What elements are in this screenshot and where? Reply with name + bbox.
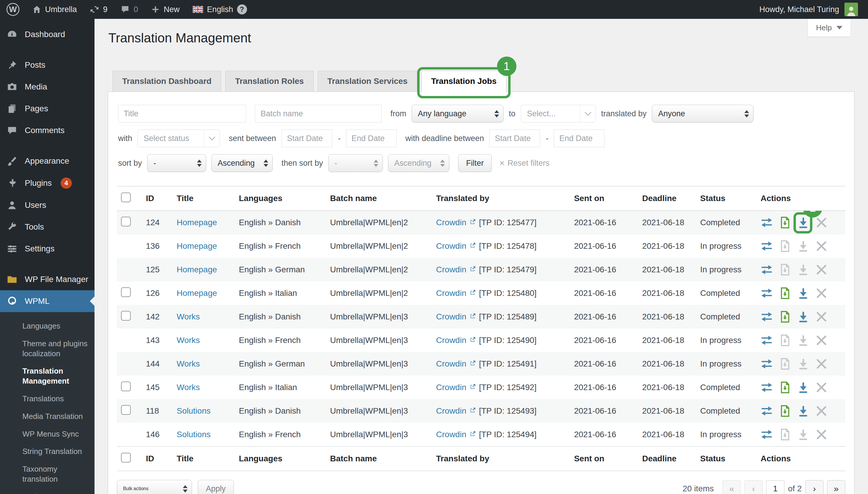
- submenu-item-translations[interactable]: Translations: [0, 390, 95, 408]
- sidebar-item-comments[interactable]: Comments: [0, 119, 95, 141]
- new-content-link[interactable]: New: [151, 5, 180, 14]
- sort-field-select[interactable]: -: [147, 154, 206, 172]
- sidebar-item-dashboard[interactable]: Dashboard: [0, 23, 95, 45]
- translated-by-select[interactable]: Anyone: [652, 105, 753, 122]
- exchange-icon[interactable]: [760, 310, 773, 323]
- sidebar-item-wp-file-manager[interactable]: WP File Manager: [0, 268, 95, 290]
- submenu-item-packages[interactable]: Packages: [0, 488, 95, 494]
- row-checkbox[interactable]: [121, 217, 131, 226]
- bulk-actions-select[interactable]: Bulk actions: [117, 480, 192, 494]
- job-title-link[interactable]: Works: [177, 312, 200, 321]
- exchange-icon[interactable]: [760, 264, 773, 276]
- xliff-download-icon[interactable]: [779, 240, 791, 252]
- xliff-download-icon[interactable]: [779, 264, 791, 276]
- account-menu[interactable]: Howdy, Michael Turing: [759, 3, 858, 16]
- submenu-item-taxonomy-translation[interactable]: Taxonomy translation: [0, 460, 95, 488]
- deadline-end-date-input[interactable]: [554, 130, 604, 147]
- exchange-icon[interactable]: [760, 429, 773, 441]
- to-language-multiselect[interactable]: Select...: [521, 105, 596, 122]
- cancel-icon[interactable]: [815, 310, 828, 323]
- submenu-item-string-translation[interactable]: String Translation: [0, 443, 95, 460]
- xliff-download-icon[interactable]: [779, 405, 791, 417]
- download-icon[interactable]: [797, 310, 809, 323]
- download-icon[interactable]: [797, 240, 809, 252]
- sidebar-item-plugins[interactable]: Plugins 4: [0, 172, 95, 194]
- filter-button[interactable]: Filter: [458, 154, 492, 172]
- translation-service-link[interactable]: Crowdin: [436, 430, 466, 439]
- download-icon[interactable]: [797, 381, 809, 394]
- cancel-icon[interactable]: [815, 334, 828, 346]
- wordpress-logo[interactable]: W: [6, 3, 19, 16]
- row-checkbox[interactable]: [121, 311, 131, 321]
- current-page-input[interactable]: [766, 480, 785, 494]
- submenu-item-theme-localization[interactable]: Theme and plugins localization: [0, 335, 95, 363]
- last-page-button[interactable]: »: [827, 480, 845, 494]
- job-title-link[interactable]: Works: [177, 336, 200, 345]
- cancel-icon[interactable]: [815, 216, 828, 229]
- next-page-button[interactable]: ›: [805, 480, 824, 494]
- cancel-icon[interactable]: [815, 429, 828, 441]
- download-icon[interactable]: [797, 287, 809, 299]
- cancel-icon[interactable]: [815, 264, 828, 276]
- translation-service-link[interactable]: Crowdin: [436, 288, 466, 298]
- cancel-icon[interactable]: [815, 381, 828, 394]
- sidebar-item-settings[interactable]: Settings: [0, 238, 95, 260]
- row-checkbox[interactable]: [121, 405, 131, 415]
- sidebar-item-wpml[interactable]: WPML: [0, 290, 95, 312]
- xliff-download-icon[interactable]: [779, 216, 791, 229]
- job-title-link[interactable]: Homepage: [177, 242, 217, 250]
- row-checkbox[interactable]: [121, 382, 131, 391]
- download-icon[interactable]: [797, 358, 809, 370]
- sidebar-item-pages[interactable]: Pages: [0, 98, 95, 119]
- submenu-item-translation-management[interactable]: Translation Management: [0, 362, 95, 390]
- title-filter-input[interactable]: [118, 105, 246, 122]
- job-title-link[interactable]: Works: [177, 383, 200, 392]
- first-page-button[interactable]: «: [722, 480, 741, 494]
- exchange-icon[interactable]: [760, 287, 773, 299]
- select-all-checkbox[interactable]: [121, 192, 131, 202]
- translation-service-link[interactable]: Crowdin: [436, 265, 466, 274]
- sidebar-item-appearance[interactable]: Appearance: [0, 150, 95, 172]
- sidebar-item-tools[interactable]: Tools: [0, 216, 95, 238]
- exchange-icon[interactable]: [760, 381, 773, 394]
- translation-service-link[interactable]: Crowdin: [436, 336, 466, 345]
- sent-start-date-input[interactable]: [282, 130, 332, 147]
- batch-name-filter-input[interactable]: [255, 105, 382, 122]
- sort2-field-select[interactable]: -: [328, 154, 383, 172]
- translation-service-link[interactable]: Crowdin: [436, 312, 466, 322]
- sort-order-select[interactable]: Ascending: [211, 154, 272, 172]
- exchange-icon[interactable]: [760, 334, 773, 346]
- sidebar-item-posts[interactable]: Posts: [0, 54, 95, 76]
- updates-link[interactable]: 9: [90, 5, 108, 14]
- translation-service-link[interactable]: Crowdin: [436, 383, 466, 392]
- prev-page-button[interactable]: ‹: [744, 480, 762, 494]
- job-title-link[interactable]: Solutions: [177, 430, 210, 439]
- apply-button[interactable]: Apply: [198, 480, 234, 494]
- job-title-link[interactable]: Homepage: [177, 218, 217, 227]
- cancel-icon[interactable]: [815, 405, 828, 417]
- sort2-order-select[interactable]: Ascending: [388, 154, 449, 172]
- select-all-checkbox[interactable]: [121, 453, 131, 462]
- help-tab[interactable]: Help: [808, 19, 851, 37]
- deadline-start-date-input[interactable]: [489, 130, 540, 147]
- sidebar-item-users[interactable]: Users: [0, 194, 95, 216]
- cancel-icon[interactable]: [815, 240, 828, 252]
- download-icon[interactable]: 2: [797, 216, 809, 229]
- job-title-link[interactable]: Homepage: [177, 265, 217, 274]
- submenu-item-languages[interactable]: Languages: [0, 317, 95, 335]
- exchange-icon[interactable]: [760, 405, 773, 417]
- xliff-download-icon[interactable]: [779, 310, 791, 323]
- exchange-icon[interactable]: [760, 216, 773, 229]
- comments-link[interactable]: 0: [120, 5, 138, 14]
- from-language-select[interactable]: Any language: [412, 105, 504, 122]
- help-question-icon[interactable]: ?: [237, 4, 247, 15]
- cancel-icon[interactable]: [815, 358, 828, 370]
- tab-translation-jobs[interactable]: Translation Jobs: [421, 71, 506, 92]
- translation-service-link[interactable]: Crowdin: [436, 242, 466, 251]
- xliff-download-icon[interactable]: [779, 429, 791, 441]
- job-title-link[interactable]: Solutions: [177, 406, 210, 415]
- row-checkbox[interactable]: [121, 287, 131, 297]
- download-icon[interactable]: [797, 429, 809, 441]
- status-multiselect[interactable]: Select status: [137, 130, 220, 147]
- sent-end-date-input[interactable]: [346, 130, 397, 147]
